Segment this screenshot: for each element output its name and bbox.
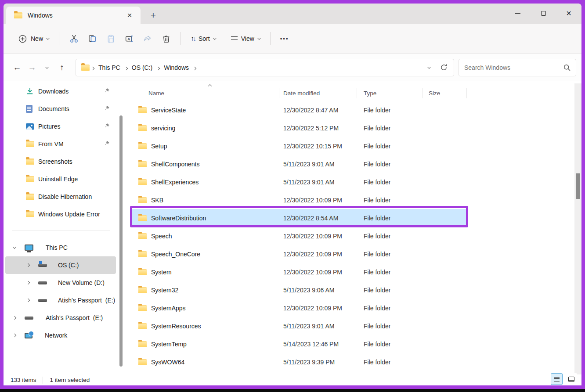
up-button[interactable]: ↑: [54, 60, 69, 75]
toolbar-separator: [270, 32, 271, 45]
recent-locations-button[interactable]: [40, 60, 54, 75]
sidebar-item-network[interactable]: Network: [5, 327, 116, 344]
chevron-collapsed-icon[interactable]: [26, 298, 30, 302]
chevron-down-icon: [45, 65, 49, 68]
file-list: Name Date modified Type Size: [132, 81, 468, 374]
delete-button[interactable]: [157, 30, 175, 47]
copy-button[interactable]: [83, 30, 101, 47]
sidebar-item-atishs-passport-e-2[interactable]: Atish's Passport (E:): [5, 309, 116, 327]
new-tab-button[interactable]: +: [147, 9, 160, 22]
tab-title: Windows: [28, 12, 124, 19]
chevron-expanded-icon[interactable]: [13, 245, 16, 248]
table-row[interactable]: SysWOW64 5/11/2023 9:39 PM File folder: [132, 353, 468, 371]
file-type: File folder: [357, 305, 423, 312]
rename-button[interactable]: A: [120, 30, 138, 47]
details-view-button[interactable]: [551, 373, 563, 385]
sidebar-item-new-volume-d[interactable]: New Volume (D:): [5, 274, 116, 291]
sidebar-item-downloads[interactable]: Downloads: [5, 83, 116, 100]
sidebar-item-documents[interactable]: Documents: [5, 100, 116, 118]
large-icons-view-button[interactable]: [565, 373, 577, 385]
file-type: File folder: [357, 143, 423, 150]
folder-icon: [138, 323, 147, 329]
screenshot-annotation-frame: Windows × + × New: [0, 0, 585, 392]
table-row[interactable]: servicing 12/30/2022 5:12 PM File folder: [132, 119, 468, 137]
chevron-collapsed-icon[interactable]: [26, 263, 30, 267]
view-button[interactable]: View: [227, 32, 265, 46]
table-row[interactable]: SKB 12/30/2022 10:09 PM File folder: [132, 191, 468, 209]
file-date: 5/11/2023 9:01 AM: [279, 179, 357, 186]
pin-icon: [104, 88, 110, 94]
table-row[interactable]: Speech 12/30/2022 10:09 PM File folder: [132, 227, 468, 245]
table-row[interactable]: SystemApps 12/30/2022 10:09 PM File fold…: [132, 299, 468, 317]
file-type: File folder: [357, 323, 423, 330]
table-row[interactable]: Speech_OneCore 12/30/2022 10:09 PM File …: [132, 245, 468, 263]
folder-icon: [138, 143, 147, 149]
breadcrumb-os-c[interactable]: OS (C:): [129, 62, 155, 73]
table-row[interactable]: SystemTemp 5/14/2023 12:46 PM File folde…: [132, 335, 468, 353]
folder-icon: [26, 141, 34, 147]
sidebar-item-pictures[interactable]: Pictures: [5, 118, 116, 135]
sidebar-item-uninstall-edge[interactable]: Uninstall Edge: [5, 170, 116, 188]
table-row[interactable]: Setup 12/30/2022 10:15 PM File folder: [132, 137, 468, 155]
file-list-scrollbar[interactable]: [574, 83, 581, 374]
file-date: 12/30/2022 8:54 AM: [279, 215, 357, 222]
copy-icon: [87, 34, 97, 43]
sidebar-item-from-vm[interactable]: From VM: [5, 135, 116, 153]
share-button[interactable]: [138, 30, 157, 47]
more-options-button[interactable]: •••: [276, 32, 293, 46]
maximize-button[interactable]: [531, 4, 556, 23]
table-row[interactable]: TAPI 12/30/2022 10:09 PM File folder: [132, 371, 468, 374]
sidebar-item-atishs-passport-e[interactable]: Atish's Passport (E:): [5, 291, 116, 309]
sidebar-item-os-c[interactable]: OS (C:): [5, 256, 116, 274]
share-icon: [143, 34, 152, 43]
explorer-tab-windows[interactable]: Windows ×: [6, 7, 141, 24]
sidebar-item-windows-update-error[interactable]: Windows Update Error: [5, 205, 116, 223]
file-date: 12/30/2022 10:09 PM: [279, 305, 357, 312]
column-header-date-modified[interactable]: Date modified: [279, 87, 357, 99]
sidebar-item-this-pc[interactable]: This PC: [5, 239, 116, 256]
toolbar-separator: [59, 32, 59, 45]
chevron-collapsed-icon[interactable]: [26, 281, 30, 284]
search-box[interactable]: [459, 59, 576, 76]
back-button[interactable]: ←: [10, 60, 25, 75]
file-name: SoftwareDistribution: [151, 215, 206, 222]
sidebar-item-screenshots[interactable]: Screenshots: [5, 153, 116, 170]
address-dropdown-chevron-icon[interactable]: [427, 65, 431, 68]
column-header-type[interactable]: Type: [357, 87, 423, 99]
close-button[interactable]: ×: [556, 4, 581, 23]
table-row[interactable]: System 12/30/2022 10:09 PM File folder: [132, 263, 468, 281]
forward-button[interactable]: →: [25, 60, 40, 75]
sort-button[interactable]: ↑↓ Sort: [186, 31, 220, 46]
search-input[interactable]: [464, 64, 563, 71]
search-icon[interactable]: [563, 64, 571, 71]
file-date: 12/30/2022 5:12 PM: [279, 125, 357, 132]
tab-close-button[interactable]: ×: [124, 10, 135, 21]
status-bar: 133 items 1 item selected: [4, 374, 581, 385]
status-divider: [43, 377, 43, 384]
column-header-name[interactable]: Name: [132, 87, 279, 99]
refresh-button[interactable]: [440, 64, 448, 71]
column-header-size[interactable]: Size: [423, 87, 467, 99]
table-row[interactable]: ShellComponents 5/11/2023 9:01 AM File f…: [132, 155, 468, 173]
table-row[interactable]: ServiceState 12/30/2022 8:47 AM File fol…: [132, 101, 468, 119]
paste-button[interactable]: [101, 30, 120, 47]
cut-button[interactable]: [65, 30, 83, 47]
sidebar-scrollbar[interactable]: [119, 115, 123, 367]
table-row-selected-softwaredistribution[interactable]: SoftwareDistribution 12/30/2022 8:54 AM …: [132, 209, 468, 227]
file-type: File folder: [357, 107, 423, 114]
table-row[interactable]: ShellExperiences 5/11/2023 9:01 AM File …: [132, 173, 468, 191]
scrollbar-thumb[interactable]: [576, 173, 580, 199]
rename-icon: A: [124, 34, 134, 43]
new-button[interactable]: New: [13, 30, 54, 47]
file-rows: ServiceState 12/30/2022 8:47 AM File fol…: [132, 101, 468, 374]
chevron-collapsed-icon[interactable]: [13, 316, 16, 320]
pin-icon: [104, 140, 110, 146]
sidebar-item-disable-hibernation[interactable]: Disable Hibernation: [5, 188, 116, 205]
chevron-collapsed-icon[interactable]: [13, 334, 16, 337]
breadcrumb-windows[interactable]: Windows: [161, 62, 191, 73]
table-row[interactable]: SystemResources 5/11/2023 9:01 AM File f…: [132, 317, 468, 335]
breadcrumb[interactable]: This PC OS (C:) Windows: [76, 59, 454, 76]
breadcrumb-this-pc[interactable]: This PC: [96, 62, 123, 73]
table-row[interactable]: System32 5/11/2023 9:06 AM File folder: [132, 281, 468, 299]
minimize-button[interactable]: [505, 4, 531, 23]
